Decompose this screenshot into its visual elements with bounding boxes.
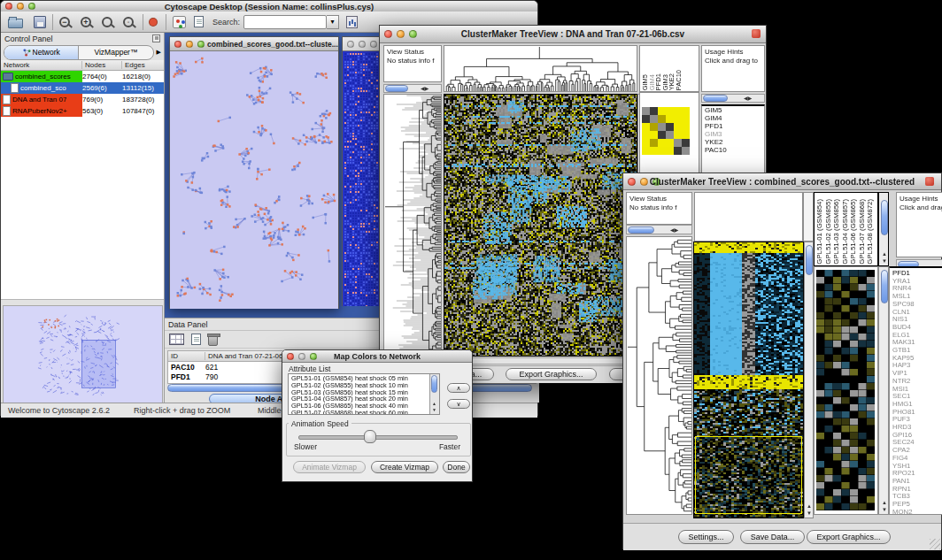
- close-icon[interactable]: [347, 41, 354, 48]
- gene-label[interactable]: MON2: [892, 509, 942, 515]
- animate-vizmap-button[interactable]: Animate Vizmap: [293, 461, 366, 473]
- done-button[interactable]: Done: [443, 461, 470, 473]
- birdseye-view-canvas[interactable]: [3, 305, 163, 404]
- matrix-cell[interactable]: [666, 131, 674, 139]
- zoom-window-icon[interactable]: [370, 41, 377, 48]
- attribute-item[interactable]: GPL51-02 (GSM855) heat shock 10 min: [290, 382, 429, 389]
- export-graphics-button[interactable]: Export Graphics...: [506, 368, 597, 380]
- left-dendrogram-canvas[interactable]: [627, 237, 691, 514]
- matrix-cell[interactable]: [666, 123, 674, 131]
- matrix-cell[interactable]: [682, 107, 690, 115]
- dialog-title-bar[interactable]: Map Colors to Network: [282, 350, 472, 363]
- matrix-cell[interactable]: [642, 139, 650, 147]
- zoom-out-icon[interactable]: −: [59, 17, 70, 27]
- zoom-window-icon[interactable]: [197, 41, 205, 48]
- import-table-icon[interactable]: [346, 16, 358, 28]
- speed-slider-thumb[interactable]: [364, 430, 376, 443]
- scrollbar-thumb[interactable]: [385, 85, 408, 92]
- network-list-row[interactable]: RNAPuberNov2+563(0)107847(0): [1, 105, 164, 117]
- matrix-cell[interactable]: [682, 147, 690, 155]
- scroll-right-icon[interactable]: ▶: [425, 86, 429, 91]
- scroll-down-icon[interactable]: ▼: [882, 258, 887, 264]
- matrix-cell[interactable]: [650, 139, 658, 147]
- matrix-cell[interactable]: [666, 107, 674, 115]
- scrollbar-thumb[interactable]: [703, 95, 728, 102]
- scrollbar-thumb[interactable]: [431, 375, 437, 393]
- matrix-cell[interactable]: [642, 115, 650, 123]
- left-dendrogram-canvas[interactable]: [384, 95, 441, 356]
- matrix-cell[interactable]: [658, 131, 666, 139]
- matrix-cell[interactable]: [674, 123, 682, 131]
- save-data-button[interactable]: Save Data...: [740, 530, 805, 544]
- network-window-title-bar[interactable]: combined_scores_good.txt--cluste...: [170, 37, 338, 51]
- zoom-selected-icon[interactable]: [102, 17, 112, 27]
- view-status-scrollbar[interactable]: ◀ ▶: [383, 84, 442, 93]
- matrix-cell[interactable]: [658, 123, 666, 131]
- matrix-cell[interactable]: [658, 147, 666, 155]
- matrix-cell[interactable]: [642, 147, 650, 155]
- matrix-cell[interactable]: [650, 147, 658, 155]
- matrix-cell[interactable]: [682, 131, 690, 139]
- attribute-item[interactable]: GPL51-06 (GSM865) heat shock 40 min: [290, 403, 429, 410]
- scroll-up-icon[interactable]: ▲: [882, 500, 887, 505]
- network-canvas[interactable]: [170, 51, 338, 309]
- matrix-cell[interactable]: [674, 139, 682, 147]
- create-vizmap-button[interactable]: Create Vizmap: [371, 461, 438, 473]
- minimize-icon[interactable]: [359, 41, 366, 48]
- matrix-cell[interactable]: [666, 147, 674, 155]
- treeview2-genes-scrollbar[interactable]: ▲ ▼: [878, 266, 889, 515]
- move-up-button[interactable]: ∧: [447, 383, 470, 393]
- search-input[interactable]: [243, 15, 327, 29]
- speed-slider-track[interactable]: [298, 435, 458, 440]
- matrix-cell[interactable]: [642, 131, 650, 139]
- mini-heatmap-canvas[interactable]: [816, 270, 875, 510]
- zoom-in-icon[interactable]: +: [81, 17, 91, 27]
- treeview2-labels-scrollbar[interactable]: ▲ ▼: [878, 192, 889, 266]
- scrollbar-thumb[interactable]: [881, 270, 888, 303]
- tab-vizmapper[interactable]: VizMapper™: [79, 46, 152, 59]
- settings-button[interactable]: Settings...: [678, 530, 734, 544]
- tab-overflow-arrow[interactable]: ▶: [157, 49, 161, 56]
- matrix-cell[interactable]: [658, 107, 666, 115]
- help-lifering-icon[interactable]: [150, 19, 157, 26]
- save-session-icon[interactable]: [34, 16, 46, 28]
- float-panel-icon[interactable]: [152, 35, 160, 42]
- scrollbar-thumb[interactable]: [881, 200, 888, 235]
- vizmapper-icon[interactable]: [173, 16, 186, 28]
- tab-network[interactable]: Network: [4, 46, 79, 59]
- matrix-cell[interactable]: [666, 115, 674, 123]
- scroll-up-icon[interactable]: ▲: [882, 251, 887, 257]
- scroll-down-icon[interactable]: ▼: [432, 407, 436, 412]
- scrollbar-thumb[interactable]: [628, 226, 654, 234]
- resize-grip[interactable]: [930, 539, 940, 549]
- matrix-cell[interactable]: [658, 139, 666, 147]
- scroll-up-icon[interactable]: ▲: [807, 503, 812, 509]
- scroll-right-icon[interactable]: ▶: [748, 96, 753, 101]
- attribute-item[interactable]: GPL51-04 (GSM857) heat shock 20 min: [290, 395, 429, 403]
- scroll-down-icon[interactable]: ▼: [807, 510, 812, 516]
- move-down-button[interactable]: ∨: [447, 399, 470, 409]
- matrix-cell[interactable]: [650, 123, 658, 131]
- matrix-cell[interactable]: [666, 139, 674, 147]
- matrix-cell[interactable]: [674, 147, 682, 155]
- export-graphics-button[interactable]: Export Graphics...: [807, 530, 891, 544]
- heatmap-canvas[interactable]: [444, 95, 637, 356]
- treeview2-vertical-scrollbar[interactable]: ▲ ▼: [804, 242, 814, 518]
- scrollbar-thumb[interactable]: [806, 245, 813, 275]
- network-list-row[interactable]: combined_scores2764(0)16218(0): [1, 71, 164, 82]
- matrix-cell[interactable]: [682, 115, 690, 123]
- attribute-listbox[interactable]: GPL51-01 (GSM854) heat shock 05 minGPL51…: [288, 373, 440, 415]
- search-dropdown-arrow[interactable]: ▾: [327, 15, 339, 29]
- annotation-icon[interactable]: [194, 16, 204, 27]
- listbox-scrollbar[interactable]: ▲ ▼: [429, 374, 439, 414]
- matrix-cell[interactable]: [650, 115, 658, 123]
- scroll-right-icon[interactable]: ▶: [675, 227, 679, 233]
- attribute-item[interactable]: GPL51-07 (GSM868) heat shock 60 min: [290, 410, 429, 415]
- matrix-cell[interactable]: [682, 139, 690, 147]
- row-label[interactable]: PAC10: [705, 147, 764, 155]
- view-status-scrollbar[interactable]: ◀ ▶: [626, 225, 692, 234]
- close-icon[interactable]: [174, 41, 181, 48]
- attribute-table-icon[interactable]: [169, 334, 184, 345]
- top-dendrogram-canvas[interactable]: [444, 46, 637, 91]
- scroll-down-icon[interactable]: ▼: [882, 507, 887, 512]
